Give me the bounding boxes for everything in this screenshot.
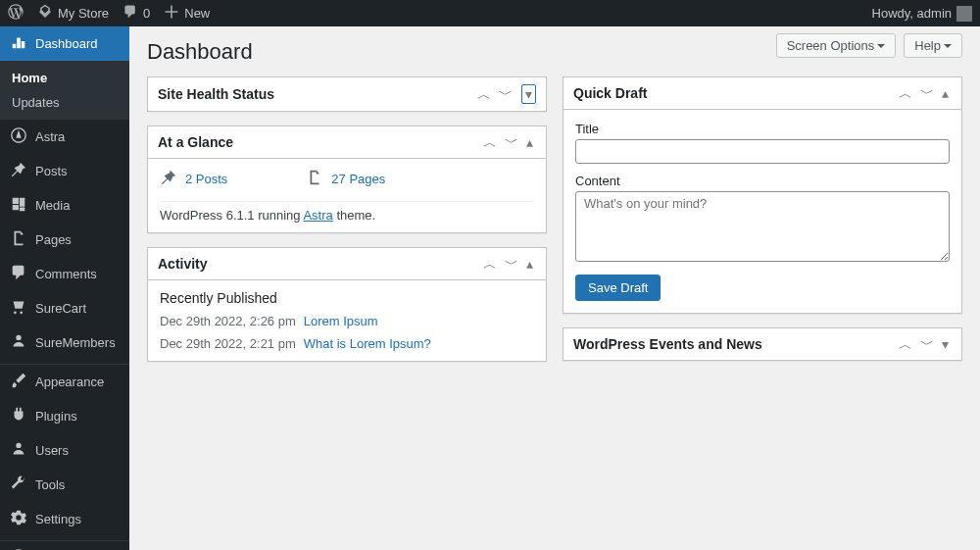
site-health-box: Site Health Status ︿ ﹀ ▾ [147,76,547,112]
menu-posts[interactable]: Posts [0,154,129,188]
toggle-icon[interactable]: ▴ [939,84,952,102]
menu-suremembers[interactable]: SureMembers [0,325,129,360]
help-button[interactable]: Help [904,33,962,58]
submenu-home[interactable]: Home [0,66,129,90]
site-name-link[interactable]: My Store [37,4,109,23]
menu-presto[interactable]: Presto Player [0,541,129,550]
move-up-icon[interactable]: ︿ [896,335,915,353]
page-title: Dashboard [147,31,253,76]
site-health-title: Site Health Status [158,86,474,102]
toggle-icon[interactable]: ▴ [523,255,536,273]
submenu-updates[interactable]: Updates [0,90,129,115]
menu-plugins[interactable]: Plugins [0,399,129,433]
pages-count-link[interactable]: 27 Pages [331,172,385,186]
user-icon [10,440,27,461]
move-up-icon[interactable]: ︿ [474,85,494,103]
draft-title-label: Title [575,122,950,136]
menu-astra[interactable]: Astra [0,120,129,154]
posts-count-link[interactable]: 2 Posts [185,172,227,186]
new-label: New [184,6,210,21]
astra-icon [10,126,27,147]
activity-box: Activity ︿ ﹀ ▴ Recently Published Dec 29… [147,247,547,362]
toggle-icon[interactable]: ▴ [523,133,536,151]
theme-link[interactable]: Astra [303,208,332,223]
menu-tools[interactable]: Tools [0,468,129,502]
draft-content-textarea[interactable] [575,191,950,262]
submenu-dashboard: Home Updates [0,61,129,120]
menu-users[interactable]: Users [0,433,129,468]
comments-count: 0 [143,6,150,21]
brush-icon [10,372,27,392]
activity-row: Dec 29th 2022, 2:26 pmLorem Ipsum [148,310,546,332]
activity-row: Dec 29th 2022, 2:21 pmWhat is Lorem Ipsu… [148,332,546,361]
chevron-down-icon [944,44,952,52]
surecart-icon [10,298,27,319]
howdy-account[interactable]: Howdy, admin [872,6,972,22]
events-news-title: WordPress Events and News [573,336,896,352]
main-content: Dashboard Screen Options Help Site Healt… [129,26,980,550]
activity-link[interactable]: What is Lorem Ipsum? [304,336,431,351]
move-down-icon[interactable]: ﹀ [502,133,521,151]
move-up-icon[interactable]: ︿ [480,255,500,273]
save-draft-button[interactable]: Save Draft [575,275,661,301]
chevron-down-icon [877,44,885,52]
events-news-box: WordPress Events and News ︿ ﹀ ▾ [563,327,962,361]
screen-options-button[interactable]: Screen Options [776,33,897,58]
wrench-icon [10,475,27,495]
menu-pages[interactable]: Pages [0,223,129,257]
menu-dashboard[interactable]: Dashboard [0,26,129,61]
move-down-icon[interactable]: ﹀ [917,84,937,102]
menu-settings[interactable]: Settings [0,502,129,536]
site-name-text: My Store [58,6,109,21]
howdy-text: Howdy, admin [872,6,952,21]
move-up-icon[interactable]: ︿ [480,133,500,151]
toggle-dropdown[interactable]: ▾ [939,335,952,353]
avatar [956,6,972,22]
menu-comments[interactable]: Comments [0,257,129,291]
menu-media[interactable]: Media [0,188,129,223]
quick-draft-box: Quick Draft ︿ ﹀ ▴ Title Cont [563,76,962,314]
new-content-link[interactable]: New [164,4,210,23]
move-up-icon[interactable]: ︿ [896,84,915,102]
comments-link[interactable]: 0 [122,4,150,23]
move-down-icon[interactable]: ﹀ [496,85,515,103]
quick-draft-title: Quick Draft [573,85,896,101]
draft-title-input[interactable] [575,139,950,164]
toggle-dropdown[interactable]: ▾ [521,84,536,104]
media-icon [10,195,27,216]
pin-icon [160,169,177,189]
pin-icon [10,161,27,181]
pages-icon [306,169,323,189]
wp-version-line: WordPress 6.1.1 running Astra theme. [160,201,534,223]
settings-icon [10,509,27,529]
wp-logo[interactable] [8,4,24,23]
glance-box: At a Glance ︿ ﹀ ▴ 2 Posts 27 Pages WordP… [147,125,547,233]
activity-title: Activity [158,256,480,272]
move-down-icon[interactable]: ﹀ [502,255,521,273]
dashboard-icon [10,33,27,54]
draft-content-label: Content [575,174,950,188]
recently-published-heading: Recently Published [148,280,546,310]
pages-icon [10,229,27,250]
menu-appearance[interactable]: Appearance [0,365,129,399]
move-down-icon[interactable]: ﹀ [917,335,937,353]
admin-sidebar: Dashboard Home Updates Astra Posts Media… [0,26,129,550]
activity-link[interactable]: Lorem Ipsum [304,314,378,328]
suremembers-icon [10,332,27,353]
menu-surecart[interactable]: SureCart [0,291,129,325]
plug-icon [10,406,27,426]
comment-icon [10,264,27,284]
glance-title: At a Glance [158,134,480,150]
admin-bar: My Store 0 New Howdy, admin [0,0,980,26]
